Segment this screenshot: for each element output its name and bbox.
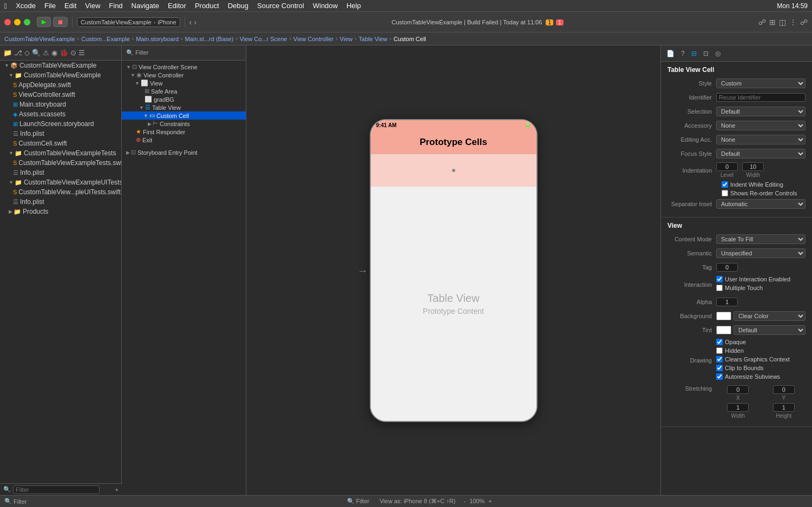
focus-style-select[interactable]: Default: [716, 149, 806, 159]
bc-project[interactable]: CustomTableViewExample: [4, 36, 75, 42]
menu-product[interactable]: Product: [195, 2, 219, 10]
add-icon[interactable]: +: [115, 486, 119, 493]
bc-scene[interactable]: View Co...r Scene: [240, 36, 287, 42]
alpha-input[interactable]: [716, 298, 738, 306]
scene-exit[interactable]: ⊗ Exit: [122, 136, 246, 144]
background-color-select[interactable]: Clear Color: [734, 311, 806, 321]
apple-menu[interactable]: : [4, 2, 7, 10]
style-select[interactable]: Custom: [716, 78, 806, 88]
close-button[interactable]: [4, 19, 11, 25]
scene-safearea[interactable]: ⊞ Safe Area: [122, 87, 246, 95]
outline-filter-label[interactable]: 🔍 Filter: [126, 49, 149, 56]
semantic-select[interactable]: Unspecified: [716, 248, 806, 258]
zoom-out-button[interactable]: -: [463, 498, 466, 504]
scene-constraints[interactable]: ▶ ⊢ Constraints: [122, 120, 246, 128]
bc-customcell[interactable]: Custom Cell: [394, 36, 426, 42]
tree-main-group[interactable]: ▼ 📁 CustomTableViewExample: [0, 70, 121, 80]
autoresize-checkbox[interactable]: [716, 373, 723, 380]
tag-input[interactable]: [716, 263, 738, 272]
menu-window[interactable]: Window: [313, 2, 338, 10]
menu-xcode[interactable]: Xcode: [16, 2, 36, 10]
filter-button-left[interactable]: 🔍 Filter: [4, 498, 27, 505]
minimize-button[interactable]: [14, 19, 21, 25]
scene-vc-scene[interactable]: ▼ ⊡ View Controller Scene: [122, 63, 246, 71]
symbol-icon[interactable]: ◇: [24, 49, 30, 57]
tree-mainstoryboard[interactable]: ⊞ Main.storyboard: [0, 100, 121, 109]
tree-infoplist3[interactable]: ☰ Info.plist: [0, 197, 121, 207]
clears-graphics-checkbox[interactable]: [716, 356, 723, 363]
zoom-in-button[interactable]: +: [488, 498, 492, 504]
size-icon[interactable]: ⊡: [701, 49, 711, 58]
scene-vc[interactable]: ▼ ◉ View Controller: [122, 71, 246, 79]
bc-storyboard[interactable]: Main.storyboard: [136, 36, 179, 42]
quick-help-icon[interactable]: ?: [679, 49, 687, 58]
tree-launchscreen[interactable]: ⊞ LaunchScreen.storyboard: [0, 119, 121, 129]
separator-inset-select[interactable]: Automatic: [716, 199, 806, 209]
background-color-swatch[interactable]: [716, 312, 731, 320]
breakpoint-icon[interactable]: ⊙: [70, 49, 76, 57]
identifier-input[interactable]: [716, 93, 806, 102]
content-mode-select[interactable]: Scale To Fill: [716, 234, 806, 244]
indent-while-editing-checkbox[interactable]: [722, 181, 728, 188]
menu-view[interactable]: View: [85, 2, 100, 10]
scene-customcell[interactable]: ▼ ▭ Custom Cell: [122, 111, 246, 120]
storyboard-canvas[interactable]: → 9:41 AM 🔋 Prototype Cells: [246, 45, 660, 495]
editing-acc-select[interactable]: None: [716, 135, 806, 144]
user-interaction-checkbox[interactable]: [716, 276, 723, 282]
stretch-x-input[interactable]: [727, 385, 749, 394]
shows-reorder-checkbox[interactable]: [722, 190, 728, 196]
menu-navigate[interactable]: Navigate: [132, 2, 159, 10]
editor-icon[interactable]: ◫: [779, 18, 786, 27]
scene-gradbg[interactable]: ⬜ gradBG: [122, 95, 246, 103]
menu-edit[interactable]: Edit: [64, 2, 76, 10]
width-input[interactable]: [742, 162, 764, 171]
stretch-width-input[interactable]: [727, 403, 749, 412]
tree-testfile[interactable]: S CustomTableViewExampleTests.swift: [0, 158, 121, 168]
bc-target[interactable]: Custom...Example: [81, 36, 130, 42]
tint-color-select[interactable]: Default: [734, 325, 806, 335]
scene-storyboard-entry[interactable]: ▶ ⊡ Storyboard Entry Point: [122, 148, 246, 156]
stretch-y-input[interactable]: [773, 385, 795, 394]
scene-view[interactable]: ▼ ⬜ View: [122, 79, 246, 87]
level-input[interactable]: [716, 162, 738, 171]
forward-button[interactable]: ›: [194, 18, 197, 27]
tree-tests-group[interactable]: ▼ 📁 CustomTableViewExampleTests: [0, 148, 121, 158]
source-control-icon[interactable]: ⎇: [14, 49, 22, 57]
test-icon[interactable]: ◉: [51, 49, 57, 57]
accessory-select[interactable]: None: [716, 121, 806, 130]
bc-tableview[interactable]: Table View: [359, 36, 388, 42]
tree-assets[interactable]: ◈ Assets.xcassets: [0, 109, 121, 119]
bc-base[interactable]: Main.st...rd (Base): [185, 36, 233, 42]
tree-uitestfile[interactable]: S CustomTableView...pleUITests.swift: [0, 187, 121, 197]
bc-view[interactable]: View: [340, 36, 353, 42]
tree-appdelegate[interactable]: S AppDelegate.swift: [0, 80, 121, 90]
opaque-checkbox[interactable]: [716, 339, 723, 345]
tree-viewcontroller[interactable]: S ViewController.swift: [0, 90, 121, 100]
tree-products-group[interactable]: ▶ 📁 Products: [0, 207, 121, 216]
clip-bounds-checkbox[interactable]: [716, 365, 723, 371]
menu-editor[interactable]: Editor: [168, 2, 186, 10]
folder-icon[interactable]: 📁: [3, 49, 12, 57]
attributes-icon[interactable]: ⊟: [689, 49, 699, 58]
connections-icon[interactable]: ◎: [713, 49, 723, 58]
tree-customcell[interactable]: S CustomCell.swift: [0, 139, 121, 148]
tree-infoplist1[interactable]: ☰ Info.plist: [0, 129, 121, 139]
inspector-toggle-icon[interactable]: ☍: [800, 18, 808, 27]
scene-tableview[interactable]: ▼ ☰ Table View: [122, 103, 246, 111]
file-inspector-icon[interactable]: 📄: [664, 49, 677, 58]
warning-icon[interactable]: ⚠: [43, 49, 49, 57]
selection-select[interactable]: Default: [716, 107, 806, 116]
back-button[interactable]: ‹: [189, 18, 192, 27]
tree-infoplist2[interactable]: ☰ Info.plist: [0, 168, 121, 177]
debug-icon[interactable]: 🐞: [60, 49, 68, 57]
stretch-height-input[interactable]: [773, 403, 795, 412]
report-icon[interactable]: ☰: [78, 49, 85, 57]
run-button[interactable]: ▶: [37, 17, 51, 27]
maximize-button[interactable]: [24, 19, 30, 25]
stop-button[interactable]: ◼: [53, 17, 68, 27]
scene-firstresponder[interactable]: ★ First Responder: [122, 128, 246, 136]
find-icon[interactable]: 🔍: [32, 49, 41, 57]
menu-source-control[interactable]: Source Control: [257, 2, 304, 10]
menu-find[interactable]: Find: [109, 2, 122, 10]
tree-uitests-group[interactable]: ▼ 📁 CustomTableViewExampleUITests: [0, 177, 121, 187]
